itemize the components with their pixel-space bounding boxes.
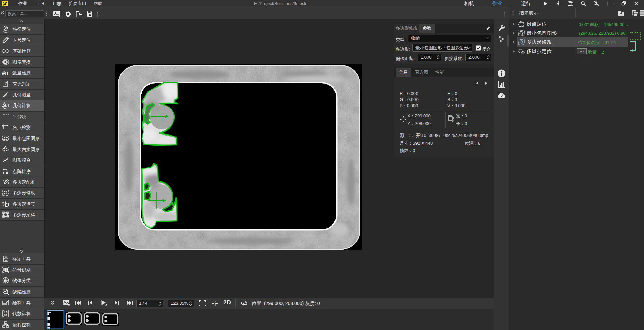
svg-text:?: ? bbox=[5, 81, 7, 86]
svg-text:01: 01 bbox=[4, 314, 8, 317]
svg-text:2: 2 bbox=[158, 201, 161, 206]
svg-text:#n: #n bbox=[2, 70, 8, 76]
svg-text:1: 1 bbox=[161, 117, 163, 122]
